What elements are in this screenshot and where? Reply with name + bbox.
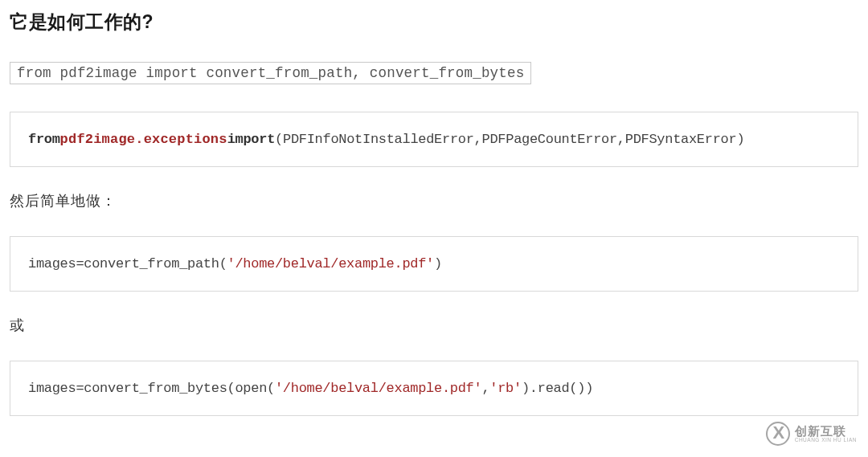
code-block-convert-path: images=convert_from_path('/home/belval/e… (10, 236, 858, 292)
watermark-logo: X 创新互联 CHUANG XIN HU LIAN (766, 422, 857, 446)
text-then: 然后简单地做： (10, 191, 858, 210)
code-suffix: ) (434, 256, 442, 271)
section-heading: 它是如何工作的? (10, 10, 858, 35)
comma: , (481, 381, 489, 396)
logo-chinese: 创新互联 (795, 425, 857, 437)
logo-text: 创新互联 CHUANG XIN HU LIAN (795, 425, 857, 443)
code-block-import1: from pdf2image import convert_from_path,… (10, 62, 531, 84)
code-block-import2: frompdf2image.exceptionsimport(PDFInfoNo… (10, 112, 858, 167)
logo-icon: X (766, 422, 790, 446)
keyword-import: import (227, 132, 275, 147)
string-literal: '/home/belval/example.pdf' (227, 256, 434, 271)
text-or: 或 (10, 316, 858, 335)
module-name: pdf2image.exceptions (60, 132, 227, 147)
string-literal: '/home/belval/example.pdf' (275, 381, 481, 396)
code-suffix: ).read()) (522, 381, 593, 396)
logo-x-letter: X (772, 424, 783, 442)
keyword-from: from (28, 132, 60, 147)
string-literal-mode: 'rb' (489, 381, 522, 396)
code-block-convert-bytes: images=convert_from_bytes(open('/home/be… (10, 361, 858, 416)
code-prefix: images=convert_from_path( (28, 256, 227, 271)
logo-english: CHUANG XIN HU LIAN (795, 438, 857, 443)
code-prefix: images=convert_from_bytes(open( (28, 381, 275, 396)
import-items: (PDFInfoNotInstalledError,PDFPageCountEr… (275, 132, 744, 147)
